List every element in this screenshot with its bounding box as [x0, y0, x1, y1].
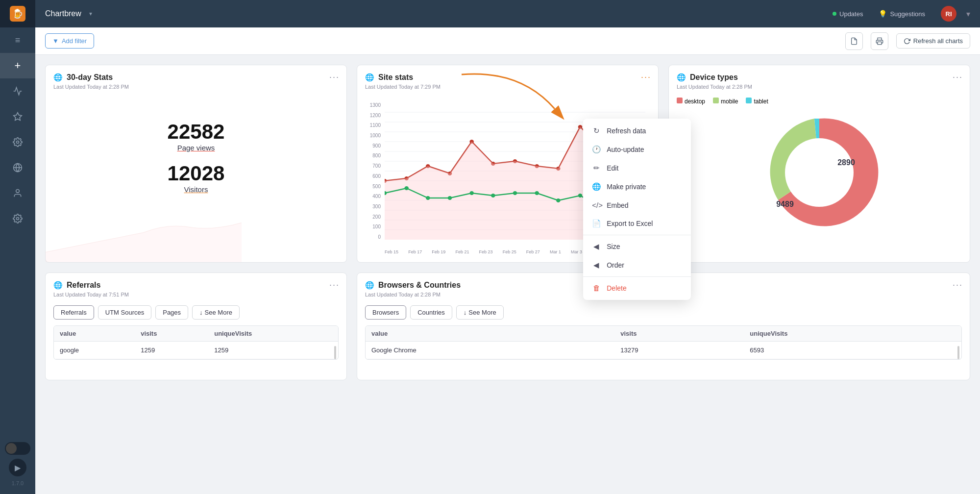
sidebar: 🍺 ≡ + ▶ 1.7.0 — [0, 0, 35, 494]
svg-point-35 — [448, 196, 452, 200]
page-views-value: 22582 — [53, 120, 339, 144]
suggestions-button[interactable]: 💡 Suggestions — [879, 10, 925, 18]
stats-card: 🌐 30-day Stats Last Updated Today at 2:2… — [45, 65, 347, 263]
delete-icon: 🗑 — [592, 284, 601, 292]
tab-utm-sources[interactable]: UTM Sources — [98, 305, 151, 320]
sidebar-logo: 🍺 — [0, 0, 35, 27]
svg-point-37 — [491, 194, 495, 198]
menu-item-export[interactable]: 📄 Export to Excel — [583, 214, 691, 233]
menu-item-size[interactable]: ◀ Size — [583, 237, 691, 256]
browsers-title: Browsers & Countries — [378, 281, 461, 290]
updates-button[interactable]: Updates — [833, 10, 863, 18]
col-unique-visits: uniqueVisits — [208, 326, 338, 342]
print-button[interactable] — [871, 32, 888, 50]
sidebar-item-charts[interactable] — [0, 78, 35, 104]
sidebar-item-settings[interactable] — [0, 129, 35, 155]
stats-menu[interactable]: ··· — [329, 72, 340, 82]
size-label: Size — [607, 243, 620, 250]
menu-item-auto-update[interactable]: 🕐 Auto-update — [583, 140, 691, 159]
sidebar-item-user[interactable] — [0, 180, 35, 206]
stats-header: 🌐 30-day Stats — [53, 73, 339, 82]
svg-point-36 — [469, 191, 474, 195]
context-menu: ↻ Refresh data 🕐 Auto-update ✏ Edit 🌐 Ma… — [583, 119, 691, 300]
menu-item-delete[interactable]: 🗑 Delete — [583, 279, 691, 297]
visitors-value: 12028 — [53, 162, 339, 185]
browsers-menu[interactable]: ··· — [953, 280, 963, 290]
svg-text:2890: 2890 — [837, 158, 855, 167]
browsers-col-unique: uniqueVisits — [744, 326, 961, 342]
table-row: Google Chrome 13279 6593 — [366, 342, 961, 359]
refresh-label: Refresh data — [607, 127, 646, 135]
avatar[interactable]: RI — [941, 6, 956, 22]
filter-icon: ▼ — [52, 37, 59, 45]
sidebar-item-globe[interactable] — [0, 155, 35, 180]
embed-icon: </> — [592, 201, 601, 209]
updates-label: Updates — [839, 10, 863, 18]
tab-pages[interactable]: Pages — [155, 305, 188, 320]
tab-browsers[interactable]: Browsers — [365, 305, 406, 320]
menu-item-edit[interactable]: ✏ Edit — [583, 159, 691, 177]
referrals-see-more[interactable]: ↓ See More — [192, 305, 240, 320]
menu-divider-2 — [583, 276, 691, 277]
sidebar-item-plugins[interactable] — [0, 104, 35, 129]
avatar-dropdown[interactable]: ▾ — [966, 9, 970, 19]
site-stats-menu[interactable]: ··· — [641, 72, 651, 82]
tab-referrals[interactable]: Referrals — [53, 305, 94, 320]
device-card: 🌐 Device types Last Updated Today at 2:2… — [668, 65, 970, 263]
main-area: Chartbrew ▾ Updates 💡 Suggestions RI ▾ ▼… — [35, 0, 980, 494]
content-area: ▼ Add filter Refresh all charts — [35, 27, 980, 494]
refresh-all-button[interactable]: Refresh all charts — [896, 33, 970, 49]
dashboard: 🌐 30-day Stats Last Updated Today at 2:2… — [35, 55, 980, 390]
topbar-dropdown-icon[interactable]: ▾ — [89, 10, 92, 17]
stats-background-chart — [46, 213, 242, 262]
menu-item-order[interactable]: ◀ Order — [583, 256, 691, 274]
suggestions-label: Suggestions — [890, 10, 925, 18]
sidebar-item-add[interactable]: + — [0, 53, 35, 78]
svg-point-40 — [556, 198, 561, 202]
site-stats-globe-icon: 🌐 — [365, 73, 374, 82]
scrollbar[interactable] — [334, 346, 336, 359]
sidebar-play[interactable]: ▶ — [9, 459, 26, 476]
menu-item-private[interactable]: 🌐 Make private — [583, 177, 691, 196]
edit-icon: ✏ — [592, 164, 601, 173]
sidebar-item-menu[interactable]: ≡ — [0, 27, 35, 53]
chart-y-labels: 1300120011001000 900800700600 5004003002… — [365, 102, 383, 240]
referrals-menu[interactable]: ··· — [329, 280, 340, 290]
table-row: google 1259 1259 — [54, 342, 338, 359]
stats-title: 30-day Stats — [67, 73, 113, 82]
menu-item-refresh[interactable]: ↻ Refresh data — [583, 122, 691, 140]
sidebar-toggle[interactable] — [5, 442, 30, 455]
device-menu[interactable]: ··· — [953, 72, 963, 82]
export-button[interactable] — [845, 32, 863, 50]
topbar: Chartbrew ▾ Updates 💡 Suggestions RI ▾ — [35, 0, 980, 27]
row-value: google — [54, 342, 135, 359]
refresh-all-label: Refresh all charts — [913, 37, 963, 45]
referrals-tab-bar: Referrals UTM Sources Pages ↓ See More — [53, 305, 339, 320]
refresh-icon: ↻ — [592, 126, 601, 135]
svg-point-39 — [535, 191, 539, 195]
menu-item-embed[interactable]: </> Embed — [583, 196, 691, 214]
device-legend: desktop mobile tablet — [677, 98, 962, 105]
edit-label: Edit — [607, 164, 618, 172]
browsers-row-unique: 6593 — [744, 342, 961, 359]
referrals-table-wrapper: value visits uniqueVisits google 1259 12… — [53, 325, 339, 360]
visitors-label: Visitors — [53, 185, 339, 194]
sidebar-item-team-settings[interactable] — [0, 206, 35, 231]
add-filter-button[interactable]: ▼ Add filter — [45, 33, 94, 49]
suggestions-icon: 💡 — [879, 10, 887, 18]
see-more-label: See More — [205, 309, 232, 316]
col-visits: visits — [135, 326, 208, 342]
browsers-see-more-label: See More — [468, 309, 496, 316]
svg-point-34 — [426, 196, 430, 200]
site-stats-subtitle: Last Updated Today at 7:29 PM — [365, 84, 650, 90]
tab-countries[interactable]: Countries — [410, 305, 452, 320]
auto-update-label: Auto-update — [607, 146, 644, 153]
browsers-scrollbar[interactable] — [957, 346, 959, 359]
clock-icon: 🕐 — [592, 145, 601, 154]
browsers-tab-bar: Browsers Countries ↓ See More — [365, 305, 962, 320]
browsers-see-more[interactable]: ↓ See More — [456, 305, 504, 320]
menu-divider-1 — [583, 235, 691, 235]
stats-globe-icon: 🌐 — [53, 73, 63, 82]
col-value: value — [54, 326, 135, 342]
export-label: Export to Excel — [607, 220, 653, 227]
